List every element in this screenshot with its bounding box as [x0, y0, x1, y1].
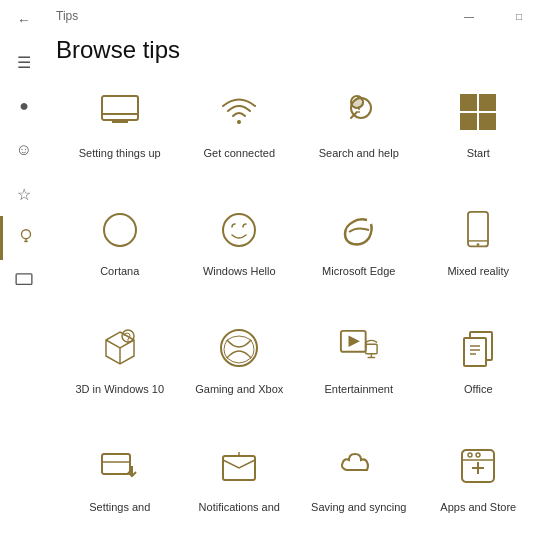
nav-home[interactable]: ☺: [0, 128, 48, 172]
search-icon: ●: [19, 97, 29, 115]
search-and-help-icon: [335, 88, 383, 136]
minimize-button[interactable]: —: [446, 0, 492, 32]
maximize-icon: □: [516, 11, 522, 22]
grid-item-windows-hello[interactable]: Windows Hello: [184, 190, 296, 300]
windows-hello-icon: [215, 206, 263, 254]
gaming-xbox-icon: [215, 324, 263, 372]
svg-point-42: [468, 453, 472, 457]
grid-item-microsoft-edge[interactable]: Microsoft Edge: [303, 190, 415, 300]
home-icon: ☺: [16, 141, 32, 159]
settings-label: Settings and: [89, 500, 150, 514]
svg-rect-3: [16, 274, 32, 285]
favorites-icon: ☆: [17, 185, 31, 204]
tips-grid: Setting things up Get connected: [64, 72, 534, 536]
svg-point-8: [237, 120, 241, 124]
notifications-label: Notifications and: [199, 500, 280, 514]
grid-item-notifications[interactable]: Notifications and: [184, 426, 296, 536]
svg-point-43: [476, 453, 480, 457]
notifications-icon: [215, 442, 263, 490]
screen-icon: [15, 273, 33, 291]
svg-rect-15: [460, 113, 477, 130]
microsoft-edge-label: Microsoft Edge: [322, 264, 395, 278]
maximize-button[interactable]: □: [496, 0, 542, 32]
svg-rect-14: [479, 94, 496, 111]
svg-point-12: [358, 111, 360, 113]
grid-item-office[interactable]: Office: [423, 308, 535, 418]
grid-item-search-and-help[interactable]: Search and help: [303, 72, 415, 182]
back-icon: ←: [17, 12, 31, 28]
nav-search[interactable]: ●: [0, 84, 48, 128]
grid-item-mixed-reality[interactable]: Mixed reality: [423, 190, 535, 300]
mixed-reality-label: Mixed reality: [447, 264, 509, 278]
grid-item-saving-syncing[interactable]: Saving and syncing: [303, 426, 415, 536]
svg-rect-13: [460, 94, 477, 111]
office-icon: [454, 324, 502, 372]
office-label: Office: [464, 382, 493, 396]
titlebar-controls: — □: [446, 0, 542, 32]
setting-things-up-icon: [96, 88, 144, 136]
svg-marker-26: [348, 336, 359, 347]
nav-tips[interactable]: [0, 216, 48, 260]
start-label: Start: [467, 146, 490, 160]
svg-point-17: [104, 214, 136, 246]
nav-favorites[interactable]: ☆: [0, 172, 48, 216]
start-icon: [454, 88, 502, 136]
saving-syncing-icon: [335, 442, 383, 490]
grid-item-setting-things-up[interactable]: Setting things up: [64, 72, 176, 182]
titlebar-left: Tips: [56, 9, 78, 23]
entertainment-icon: [335, 324, 383, 372]
microsoft-edge-icon: [335, 206, 383, 254]
apps-store-icon: [454, 442, 502, 490]
svg-rect-16: [479, 113, 496, 130]
gaming-xbox-label: Gaming and Xbox: [195, 382, 283, 396]
grid-item-gaming-xbox[interactable]: Gaming and Xbox: [184, 308, 296, 418]
settings-icon: [96, 442, 144, 490]
get-connected-label: Get connected: [203, 146, 275, 160]
back-button[interactable]: ←: [0, 0, 48, 40]
titlebar: Tips — □: [48, 0, 550, 32]
page-title: Browse tips: [56, 36, 180, 64]
grid-item-cortana[interactable]: Cortana: [64, 190, 176, 300]
svg-point-0: [21, 230, 30, 239]
main-content: Tips — □ Browse tips: [48, 0, 550, 545]
svg-point-21: [477, 243, 480, 246]
cortana-label: Cortana: [100, 264, 139, 278]
svg-rect-4: [102, 96, 138, 120]
svg-point-18: [223, 214, 255, 246]
svg-rect-27: [365, 344, 376, 354]
tips-icon: [17, 227, 35, 249]
setting-things-up-label: Setting things up: [79, 146, 161, 160]
3d-windows-label: 3D in Windows 10: [75, 382, 164, 396]
cortana-icon: [96, 206, 144, 254]
grid-item-entertainment[interactable]: Entertainment: [303, 308, 415, 418]
3d-windows-icon: [96, 324, 144, 372]
svg-point-23: [127, 342, 129, 344]
grid-item-apps-store[interactable]: Apps and Store: [423, 426, 535, 536]
tips-grid-container: Setting things up Get connected: [48, 72, 550, 545]
search-and-help-label: Search and help: [319, 146, 399, 160]
grid-item-start[interactable]: Start: [423, 72, 535, 182]
svg-rect-36: [102, 454, 130, 474]
grid-item-get-connected[interactable]: Get connected: [184, 72, 296, 182]
svg-rect-32: [464, 338, 486, 366]
grid-item-settings[interactable]: Settings and: [64, 426, 176, 536]
svg-point-24: [221, 330, 257, 366]
grid-item-3d-windows[interactable]: 3D in Windows 10: [64, 308, 176, 418]
window-title: Tips: [56, 9, 78, 23]
mixed-reality-icon: [454, 206, 502, 254]
apps-store-label: Apps and Store: [440, 500, 516, 514]
get-connected-icon: [215, 88, 263, 136]
saving-syncing-label: Saving and syncing: [311, 500, 406, 514]
nav-menu[interactable]: ☰: [0, 40, 48, 84]
windows-hello-label: Windows Hello: [203, 264, 276, 278]
menu-icon: ☰: [17, 53, 31, 72]
nav-screen[interactable]: [0, 260, 48, 304]
minimize-icon: —: [464, 11, 474, 22]
page-header: Browse tips: [48, 32, 550, 72]
nav-sidebar: ← ☰ ● ☺ ☆: [0, 0, 48, 545]
entertainment-label: Entertainment: [325, 382, 393, 396]
